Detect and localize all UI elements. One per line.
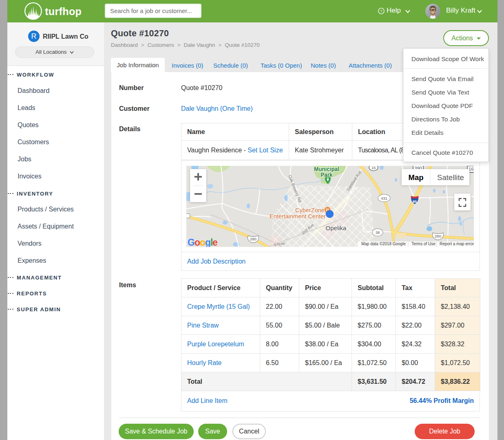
svg-text:g: g xyxy=(205,237,211,247)
svg-text:Municipal: Municipal xyxy=(314,166,339,172)
svg-text:Park: Park xyxy=(321,172,333,178)
svg-text:161: 161 xyxy=(469,167,474,172)
svg-text:Opelika: Opelika xyxy=(326,224,347,231)
svg-text:o: o xyxy=(200,237,206,247)
svg-text:38: 38 xyxy=(376,230,380,235)
svg-text:turfhop: turfhop xyxy=(45,6,82,17)
svg-text:Terms of Use: Terms of Use xyxy=(411,242,435,246)
svg-text:?: ? xyxy=(380,9,382,13)
svg-text:Satellite: Satellite xyxy=(437,173,464,181)
svg-text:Map: Map xyxy=(409,173,424,181)
svg-text:Map data ©2018 Google: Map data ©2018 Google xyxy=(361,242,406,246)
svg-text:431: 431 xyxy=(381,196,387,200)
svg-text:G: G xyxy=(188,237,195,247)
svg-text:15: 15 xyxy=(371,166,376,170)
svg-text:85: 85 xyxy=(413,199,417,204)
svg-text:CyberZone: CyberZone xyxy=(295,207,325,213)
svg-text:280: 280 xyxy=(435,234,441,238)
svg-text:280: 280 xyxy=(250,237,256,241)
svg-text:Report a map error: Report a map error xyxy=(440,242,474,246)
svg-text:Entertainment Center: Entertainment Center xyxy=(270,213,326,220)
svg-text:o: o xyxy=(195,237,200,247)
svg-text:e: e xyxy=(212,237,218,247)
